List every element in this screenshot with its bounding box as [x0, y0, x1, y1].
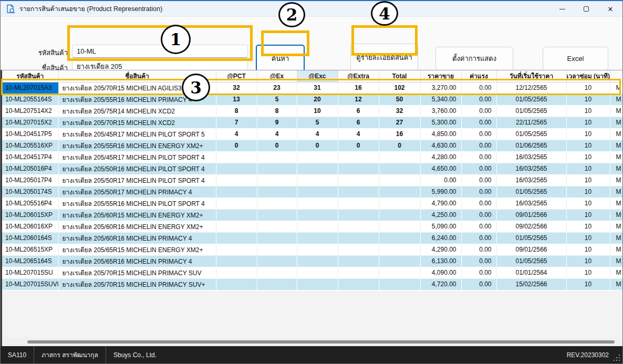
table-cell[interactable]: 0.00: [461, 82, 496, 93]
table-row[interactable]: 10-ML207514X2ยางเรเดียล 205/75R14 MICHEL…: [2, 105, 622, 117]
table-cell[interactable]: 10-ML2065164S: [2, 255, 58, 267]
table-cell[interactable]: 6: [338, 117, 379, 128]
table-cell[interactable]: [297, 255, 338, 267]
table-cell[interactable]: 22/11/2565: [496, 117, 566, 128]
table-cell[interactable]: 5: [297, 117, 338, 128]
table-row[interactable]: 10-ML204517P5ยางเรเดียล 205/45R17 MICHEL…: [2, 128, 622, 140]
resize-grip-icon[interactable]: [619, 360, 620, 361]
table-cell[interactable]: 0.00: [461, 244, 496, 255]
table-cell[interactable]: 0: [297, 140, 338, 151]
table-cell[interactable]: ยางเรเดียล 205/70R15 MICHELIN XCD2: [58, 117, 216, 128]
table-cell[interactable]: 8: [257, 105, 297, 117]
table-cell[interactable]: 10: [566, 255, 610, 267]
table-cell[interactable]: ยางเรเดียล 205/65R16 MICHELIN PRIMACY 4: [58, 255, 216, 267]
table-cell[interactable]: M: [610, 232, 622, 244]
table-cell[interactable]: 01/05/2565: [496, 232, 566, 244]
table-cell[interactable]: [379, 163, 420, 174]
table-cell[interactable]: ยางเรเดียล 205/60R16 MICHELIN ENERGY XM2…: [58, 221, 216, 232]
column-header-ชื่อสินค้า[interactable]: ชื่อสินค้า: [58, 70, 216, 82]
column-header-@PCT[interactable]: @PCT: [216, 70, 257, 82]
table-cell[interactable]: 16/03/2565: [496, 163, 566, 174]
table-cell[interactable]: 01/06/2565: [496, 140, 566, 151]
table-cell[interactable]: 10: [566, 151, 610, 163]
table-cell[interactable]: M: [610, 128, 622, 140]
table-cell[interactable]: [257, 163, 297, 174]
table-cell[interactable]: 10-ML206016XP: [2, 221, 58, 232]
table-cell[interactable]: 8: [216, 105, 257, 117]
table-cell[interactable]: 5,990.00: [420, 186, 461, 197]
table-cell[interactable]: [297, 267, 338, 278]
table-cell[interactable]: 6,130.00: [420, 255, 461, 267]
column-header-วันที่เริ่มใช้ราคา[interactable]: วันที่เริ่มใช้ราคา: [496, 70, 566, 82]
table-cell[interactable]: M: [610, 255, 622, 267]
table-cell[interactable]: 0.00: [461, 186, 496, 197]
table-cell[interactable]: [216, 267, 257, 278]
table-cell[interactable]: 9: [257, 117, 297, 128]
horizontal-scrollbar-thumb[interactable]: [27, 340, 615, 344]
table-cell[interactable]: 10-ML207015SUVP: [2, 278, 58, 290]
table-row[interactable]: 10-ML207015SUVPยางเรเดียล 205/70R15 MICH…: [2, 278, 622, 290]
table-row[interactable]: 10-ML2055164Sยางเรเดียล 205/55R16 MICHEL…: [2, 93, 622, 105]
table-cell[interactable]: [379, 209, 420, 221]
table-cell[interactable]: [257, 267, 297, 278]
table-cell[interactable]: 10: [566, 93, 610, 105]
table-cell[interactable]: 31: [297, 82, 338, 93]
table-cell[interactable]: ยางเรเดียล 205/70R15 MICHELIN PRIMACY SU…: [58, 278, 216, 290]
table-cell[interactable]: 5,090.00: [420, 221, 461, 232]
column-header-@Ex[interactable]: @Ex: [257, 70, 297, 82]
table-cell[interactable]: 10-ML2050174S: [2, 186, 58, 197]
table-cell[interactable]: [338, 255, 379, 267]
table-cell[interactable]: 0.00: [461, 255, 496, 267]
table-cell[interactable]: [216, 209, 257, 221]
column-header-cut[interactable]: [610, 70, 622, 82]
table-cell[interactable]: [338, 174, 379, 186]
table-cell[interactable]: 10: [566, 163, 610, 174]
table-row[interactable]: 10-ML206515XPยางเรเดียล 205/65R15 MICHEL…: [2, 244, 622, 255]
product-detail-button[interactable]: ดูรายละเอียดสินค้า: [350, 44, 418, 71]
table-cell[interactable]: 0: [379, 140, 420, 151]
table-row[interactable]: 10-ML2065164Sยางเรเดียล 205/65R16 MICHEL…: [2, 255, 622, 267]
table-row[interactable]: 10-ML206016XPยางเรเดียล 205/60R16 MICHEL…: [2, 221, 622, 232]
table-cell[interactable]: [297, 278, 338, 290]
table-cell[interactable]: [338, 267, 379, 278]
table-cell[interactable]: 4,790.00: [420, 197, 461, 209]
column-header-เวลาซ่อม (นาที)[interactable]: เวลาซ่อม (นาที): [566, 70, 610, 82]
table-cell[interactable]: 32: [216, 82, 257, 93]
table-cell[interactable]: [379, 255, 420, 267]
table-cell[interactable]: 10-ML207514X2: [2, 105, 58, 117]
table-cell[interactable]: M: [610, 163, 622, 174]
search-button[interactable]: ค้นหา: [256, 45, 305, 72]
table-cell[interactable]: 7: [216, 117, 257, 128]
table-cell[interactable]: 0.00: [461, 278, 496, 290]
table-cell[interactable]: ยางเรเดียล 205/75R14 MICHELIN XCD2: [58, 105, 216, 117]
table-cell[interactable]: M: [610, 186, 622, 197]
minimize-button[interactable]: [550, 1, 574, 17]
table-cell[interactable]: [297, 232, 338, 244]
table-cell[interactable]: [297, 163, 338, 174]
table-cell[interactable]: M: [610, 278, 622, 290]
table-cell[interactable]: 4,280.00: [420, 151, 461, 163]
table-cell[interactable]: 01/05/2565: [496, 128, 566, 140]
table-cell[interactable]: 10-ML2060164S: [2, 232, 58, 244]
table-cell[interactable]: 10: [566, 221, 610, 232]
table-cell[interactable]: ยางเรเดียล 205/55R16 MICHELIN PILOT SPOR…: [58, 197, 216, 209]
table-cell[interactable]: [297, 244, 338, 255]
table-cell[interactable]: [216, 163, 257, 174]
table-cell[interactable]: [379, 244, 420, 255]
table-cell[interactable]: 10-ML207015SU: [2, 267, 58, 278]
table-cell[interactable]: 10-ML204517P4: [2, 151, 58, 163]
table-cell[interactable]: 0.00: [420, 174, 461, 186]
table-cell[interactable]: [257, 209, 297, 221]
table-row[interactable]: 10-ML204517P4ยางเรเดียล 205/45R17 MICHEL…: [2, 151, 622, 163]
table-cell[interactable]: 10: [566, 197, 610, 209]
table-cell[interactable]: 10-ML207015A3: [2, 82, 58, 93]
table-cell[interactable]: 4: [216, 128, 257, 140]
table-cell[interactable]: 01/05/2565: [496, 255, 566, 267]
horizontal-scrollbar[interactable]: [4, 338, 622, 346]
table-row[interactable]: 10-ML207015SUยางเรเดียล 205/70R15 MICHEL…: [2, 267, 622, 278]
table-cell[interactable]: 0.00: [461, 140, 496, 151]
table-cell[interactable]: 16: [379, 128, 420, 140]
table-cell[interactable]: 4,250.00: [420, 209, 461, 221]
table-cell[interactable]: M: [610, 244, 622, 255]
table-cell[interactable]: 15/02/2566: [496, 278, 566, 290]
